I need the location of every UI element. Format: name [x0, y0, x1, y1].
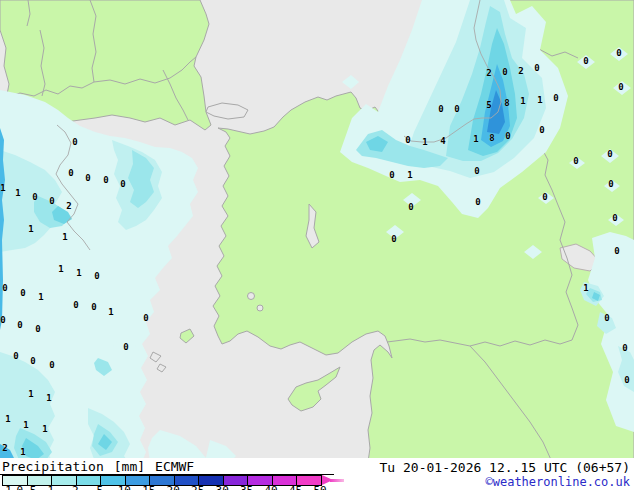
precip-value: 1	[108, 308, 113, 317]
precip-value: 1	[0, 184, 5, 193]
precip-value: 0	[553, 94, 558, 103]
precip-value: 0	[604, 314, 609, 323]
legend-model: ECMWF	[155, 459, 194, 474]
legend-scale-value: 45	[289, 485, 302, 490]
precip-value: 2	[486, 69, 491, 78]
precip-value: 1	[407, 171, 412, 180]
precip-value: 0	[72, 138, 77, 147]
precip-value: 2	[2, 444, 7, 453]
legend-scale-value: 20	[167, 485, 180, 490]
precip-value: 0	[542, 193, 547, 202]
precip-value: 0	[120, 180, 125, 189]
precip-value: 1	[537, 96, 542, 105]
precip-value: 0	[614, 247, 619, 256]
precip-value: 0	[85, 174, 90, 183]
precip-value: 0	[49, 197, 54, 206]
precip-value: 0	[608, 180, 613, 189]
precip-value: 1	[28, 225, 33, 234]
precip-value: 1	[23, 421, 28, 430]
precip-value: 1	[15, 189, 20, 198]
precip-value: 0	[539, 126, 544, 135]
precip-value: 0	[143, 314, 148, 323]
precip-value: 5	[486, 101, 491, 110]
precip-value: 1	[5, 415, 10, 424]
precip-value: 1	[520, 97, 525, 106]
precip-value: 0	[405, 136, 410, 145]
precip-value: 0	[2, 284, 7, 293]
legend-scale-value: 15	[142, 485, 155, 490]
lake-beysehir	[248, 293, 255, 300]
precip-value: 1	[46, 394, 51, 403]
precip-value: 1	[62, 233, 67, 242]
precip-value: 1	[473, 135, 478, 144]
precip-value: 0	[389, 171, 394, 180]
precip-value: 0	[624, 376, 629, 385]
precip-value: 1	[20, 448, 25, 457]
precip-value: 0	[618, 83, 623, 92]
precip-value: 0	[68, 169, 73, 178]
precip-value: 0	[454, 105, 459, 114]
precip-value: 0	[91, 303, 96, 312]
legend-scale-value: 30	[216, 485, 229, 490]
precip-value: 0	[474, 167, 479, 176]
legend-unit: [mm]	[114, 459, 145, 474]
legend-scale-labels: 0.10.5125101520253035404550	[2, 485, 320, 490]
precip-value: 0	[32, 193, 37, 202]
precip-value: 0	[123, 343, 128, 352]
precip-value: 0	[534, 64, 539, 73]
legend-scale-value: 0.1	[0, 485, 12, 490]
precip-value: 0	[612, 214, 617, 223]
legend-scale-value: 40	[264, 485, 277, 490]
precip-value: 1	[38, 293, 43, 302]
precip-value: 0	[73, 301, 78, 310]
legend-title: Precipitation	[2, 459, 104, 474]
precip-value: 0	[103, 176, 108, 185]
weather-map-frame: 0000011002111100010010000000011111210020…	[0, 0, 634, 490]
copyright-label: ©weatheronline.co.uk	[486, 475, 631, 489]
lake-egirdir	[257, 305, 263, 311]
legend-scale-value: 35	[240, 485, 253, 490]
precip-value: 0	[607, 150, 612, 159]
precip-value: 0	[573, 157, 578, 166]
precip-value: 0	[20, 289, 25, 298]
precip-value: 4	[440, 137, 445, 146]
precip-value: 0	[49, 361, 54, 370]
precip-value: 0	[94, 272, 99, 281]
precip-value: 1	[583, 284, 588, 293]
legend-title-row: Precipitation[mm]ECMWF	[2, 459, 194, 474]
legend-bar: Precipitation[mm]ECMWF 0.10.512510152025…	[0, 458, 634, 490]
precip-value: 8	[489, 134, 494, 143]
precip-value: 0	[408, 203, 413, 212]
legend-scale-value: 5	[97, 485, 104, 490]
precip-value: 0	[616, 49, 621, 58]
legend-scale-value: 2	[72, 485, 79, 490]
weather-map: 0000011002111100010010000000011111210020…	[0, 0, 634, 462]
precip-value: 1	[42, 425, 47, 434]
legend-scale-value: 0.5	[17, 485, 37, 490]
legend-scale-value: 50	[313, 485, 326, 490]
precip-value: 0	[17, 321, 22, 330]
precip-value: 0	[502, 68, 507, 77]
precip-value: 0	[13, 352, 18, 361]
precip-value: 8	[504, 99, 509, 108]
precip-value: 2	[66, 202, 71, 211]
precip-value: 0	[438, 105, 443, 114]
precip-value: 0	[0, 316, 5, 325]
precip-value: 0	[583, 57, 588, 66]
precip-value: 0	[622, 344, 627, 353]
precip-value: 1	[58, 265, 63, 274]
precip-value: 1	[28, 390, 33, 399]
precip-value: 0	[505, 132, 510, 141]
legend-scale-value: 1	[48, 485, 55, 490]
precip-value: 0	[391, 235, 396, 244]
precip-value: 1	[422, 138, 427, 147]
precip-value: 2	[518, 67, 523, 76]
precip-value: 1	[76, 269, 81, 278]
precip-value: 0	[475, 198, 480, 207]
legend-scale-value: 25	[191, 485, 204, 490]
legend-arrow-tail	[330, 479, 344, 482]
precip-value: 0	[30, 357, 35, 366]
legend-scale-value: 10	[118, 485, 131, 490]
valid-time-label: Tu 20-01-2026 12..15 UTC (06+57)	[380, 460, 630, 475]
precip-value: 0	[35, 325, 40, 334]
